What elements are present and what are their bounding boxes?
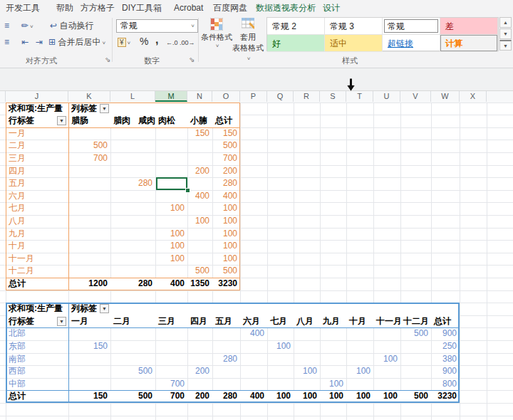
selected-cell[interactable] [156, 177, 188, 190]
column-header-P[interactable]: P [240, 91, 267, 102]
pivot1-value-cell[interactable]: 1350 [187, 278, 209, 290]
pivot1-row-header[interactable]: 四月 [9, 165, 68, 178]
pivot1-value-cell[interactable]: 150 [212, 127, 237, 140]
pivot2-column-header[interactable]: 一月 [71, 315, 110, 328]
column-header-J[interactable]: J [6, 91, 68, 102]
sheet-grid[interactable]: 求和项:生产量列标签▼行标签▼腊肠腊肉咸肉肉松小腩总计一月150150二月500… [0, 103, 513, 420]
column-header-N[interactable]: N [187, 91, 212, 102]
pivot1-value-cell[interactable]: 400 [155, 278, 185, 290]
wrap-text-button[interactable]: ↩ 自动换行 [50, 20, 93, 31]
pivot2-column-header[interactable]: 八月 [296, 315, 320, 328]
pivot2-value-cell[interactable]: 380 [431, 353, 457, 366]
pivot1-value-cell[interactable]: 100 [212, 202, 237, 215]
format-as-table-button[interactable]: 套用 表格格式˅ [232, 17, 264, 62]
pivot2-value-cell[interactable]: 280 [212, 353, 237, 366]
pivot2-value-cell[interactable]: 900 [431, 365, 457, 378]
cell-style-link-7[interactable]: 超链接 [383, 35, 440, 52]
pivot1-value-cell[interactable]: 100 [155, 253, 185, 266]
conditional-formatting-button[interactable]: 条件格式 ˅ [201, 17, 232, 49]
cell-style-calc-8[interactable]: 计算 [440, 35, 498, 52]
pivot2-value-cell[interactable]: 500 [110, 365, 152, 378]
pivot1-value-cell[interactable]: 700 [68, 152, 108, 165]
pivot1-value-cell[interactable]: 500 [187, 265, 209, 278]
pivot1-col-label-dropdown-button[interactable]: ▼ [100, 104, 109, 113]
pivot1-value-cell[interactable]: 500 [68, 140, 108, 152]
pivot2-value-cell[interactable]: 200 [187, 365, 209, 378]
pivot2-row-header[interactable]: 中部 [9, 378, 68, 391]
comma-style-icon[interactable]: , [155, 34, 158, 46]
pivot1-value-cell[interactable]: 100 [212, 215, 237, 228]
column-header-V[interactable]: V [400, 91, 431, 102]
pivot1-value-cell[interactable]: 200 [212, 165, 237, 178]
column-header-U[interactable]: U [373, 91, 400, 102]
pivot2-column-header[interactable]: 七月 [270, 315, 294, 328]
pivot1-row-header[interactable]: 十一月 [9, 253, 68, 266]
pivot1-row-header[interactable]: 五月 [9, 177, 68, 190]
pivot1-row-label-dropdown-button[interactable]: ▼ [57, 116, 66, 125]
pivot2-column-header[interactable]: 十二月 [403, 315, 431, 328]
pivot2-column-header[interactable]: 四月 [190, 315, 212, 328]
pivot2-value-cell[interactable]: 900 [431, 327, 457, 340]
pivot2-column-header[interactable]: 六月 [243, 315, 267, 328]
pivot2-value-cell[interactable]: 100 [294, 365, 317, 378]
merge-center-button[interactable]: ⊞ 合并后居中˅ [48, 36, 105, 49]
number-dialog-launcher-icon[interactable]: ⇘ [189, 56, 196, 63]
gallery-more-button[interactable]: ▼ [499, 40, 512, 51]
pivot1-value-cell[interactable]: 1200 [68, 278, 108, 290]
pivot2-value-cell[interactable]: 100 [373, 390, 398, 403]
pivot2-value-cell[interactable]: 150 [68, 390, 108, 403]
pivot2-value-cell[interactable]: 700 [155, 390, 185, 403]
decrease-indent-icon[interactable]: ⇤ [21, 36, 28, 48]
pivot1-value-cell[interactable]: 3230 [212, 278, 237, 290]
pivot1-value-cell[interactable]: 280 [135, 177, 152, 190]
pivot1-value-cell[interactable]: 100 [155, 240, 185, 253]
pivot2-value-cell[interactable]: 100 [294, 390, 317, 403]
pivot2-row-header[interactable]: 东部 [9, 340, 68, 353]
pivot1-value-cell[interactable]: 100 [155, 202, 185, 215]
pivot1-value-cell[interactable]: 280 [212, 177, 237, 190]
pivot1-row-header[interactable]: 二月 [9, 140, 68, 152]
column-header-R[interactable]: R [294, 91, 320, 102]
pivot2-value-cell[interactable]: 100 [346, 365, 370, 378]
gallery-scroll-down-button[interactable]: ▼ [499, 28, 512, 39]
pivot2-value-cell[interactable]: 500 [400, 327, 428, 340]
pivot2-row-header[interactable]: 西部 [9, 365, 68, 378]
pivot1-value-cell[interactable]: 100 [212, 228, 237, 241]
cell-style-neutral-6[interactable]: 适中 [325, 35, 383, 52]
cell-style-normal-2[interactable]: 常规 3 [325, 18, 383, 35]
pivot2-column-header[interactable]: 九月 [323, 315, 346, 328]
column-header-M[interactable]: M [155, 91, 187, 102]
column-header-O[interactable]: O [212, 91, 240, 102]
pivot2-value-cell[interactable]: 400 [240, 390, 264, 403]
pivot2-column-header[interactable]: 五月 [215, 315, 240, 328]
cell-style-normal-1[interactable]: 常规 2 [267, 18, 325, 35]
cell-style-selected-3[interactable]: 常规 [383, 18, 440, 35]
pivot2-value-cell[interactable]: 100 [320, 390, 343, 403]
column-header-Q[interactable]: Q [267, 91, 294, 102]
pivot1-value-cell[interactable]: 400 [212, 190, 237, 203]
align-middle-icon[interactable]: ≡ [4, 20, 9, 31]
column-header-W[interactable]: W [431, 91, 460, 102]
ribbon-tab-7[interactable]: 数据透视表分析 [250, 0, 321, 16]
pivot2-value-cell[interactable]: 200 [187, 390, 209, 403]
pivot2-value-cell[interactable]: 700 [155, 378, 185, 391]
pivot2-value-cell[interactable]: 100 [267, 390, 291, 403]
pivot1-column-header[interactable]: 肉松 [158, 115, 187, 127]
ribbon-tab-8[interactable]: 设计 [317, 0, 346, 16]
pivot2-value-cell[interactable]: 800 [431, 378, 457, 391]
pivot1-row-header[interactable]: 一月 [9, 127, 68, 140]
pivot1-value-cell[interactable]: 400 [187, 190, 209, 203]
selection-fill-handle[interactable] [185, 188, 190, 193]
pivot1-row-header[interactable]: 六月 [9, 190, 68, 203]
increase-indent-icon[interactable]: ⇥ [36, 36, 43, 48]
align-right-icon[interactable]: ≡ [4, 36, 9, 48]
pivot1-column-header[interactable]: 腊肉 [113, 115, 135, 127]
column-header-S[interactable]: S [320, 91, 346, 102]
number-format-combobox[interactable]: 常规 ˅ [116, 19, 198, 33]
pivot2-row-header[interactable]: 南部 [9, 353, 68, 366]
pivot2-row-header[interactable]: 总计 [9, 390, 68, 403]
percent-style-icon[interactable]: % [140, 36, 148, 47]
pivot1-value-cell[interactable]: 280 [135, 278, 152, 290]
pivot1-value-cell[interactable]: 500 [212, 265, 237, 278]
ribbon-tab-3[interactable]: 方方格子 [75, 0, 120, 16]
